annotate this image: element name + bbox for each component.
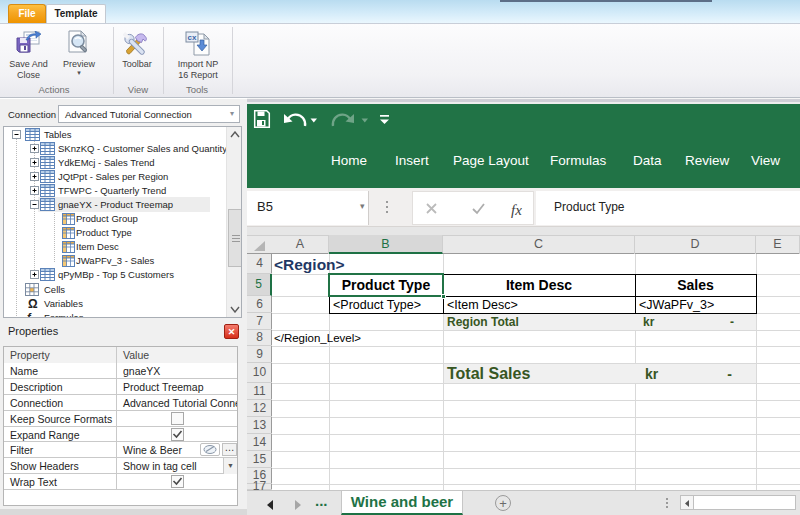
svg-text:cx: cx xyxy=(188,33,197,42)
svg-text:fx: fx xyxy=(511,202,522,218)
